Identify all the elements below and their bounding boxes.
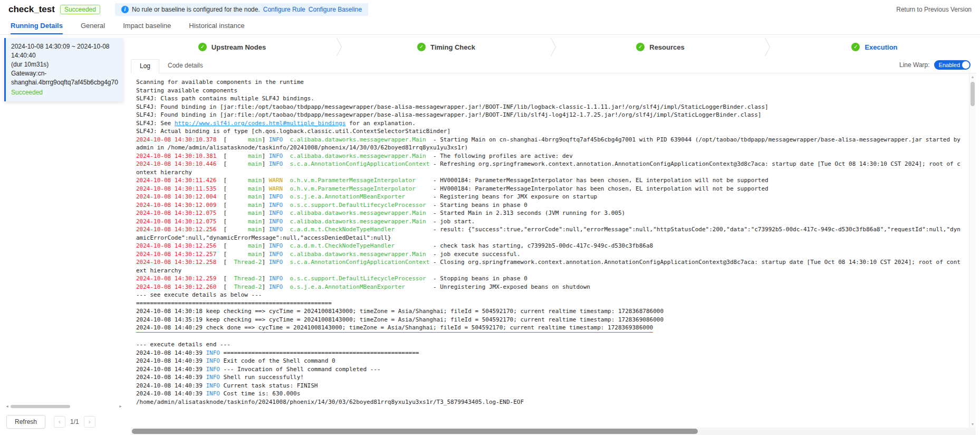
log-text: ]: [262, 283, 268, 290]
log-text: Thread-2: [227, 283, 262, 290]
log-text: [283, 185, 290, 192]
step-timing-check[interactable]: ✓Timing Check: [345, 38, 547, 56]
log-text: [283, 275, 290, 282]
log-text: main: [227, 160, 262, 167]
log-line: 2024-10-08 14:40:39 INFO Cost time is: 6…: [136, 390, 963, 398]
log-text: 2024-10-08 14:30:12.260: [136, 283, 216, 290]
log-line: 2024-10-08 14:40:39 INFO Shell run succe…: [136, 373, 963, 382]
log-text: o.s.j.e.a.AnnotationMBeanExporter: [290, 193, 405, 200]
log-tab-log[interactable]: Log: [131, 59, 159, 73]
log-text: [283, 177, 290, 184]
log-text: INFO: [269, 283, 283, 290]
log-text: main: [227, 251, 262, 258]
log-tab-code-details[interactable]: Code details: [159, 59, 212, 73]
log-text: INFO: [269, 210, 283, 216]
log-text: ]: [262, 193, 268, 200]
log-line: 2024-10-08 14:30:10.378 [ main] INFO c.a…: [136, 136, 963, 152]
log-text: main: [227, 210, 262, 216]
log-line: 2024-10-08 14:30:12.004 [ main] INFO o.s…: [136, 193, 963, 201]
vertical-scroll-thumb[interactable]: [971, 82, 975, 106]
log-text: INFO: [206, 349, 220, 356]
tab-running-details[interactable]: Running Details: [11, 20, 63, 34]
step-label: Execution: [864, 43, 897, 51]
log-text: INFO: [206, 390, 220, 397]
nav-tabs: Running DetailsGeneralImpact baselineHis…: [0, 19, 980, 35]
tab-general[interactable]: General: [81, 20, 105, 34]
log-text: Cost time is: 630.000s: [220, 390, 300, 397]
log-text: c.alibaba.dataworks.messagewrapper.Main: [290, 210, 426, 216]
return-previous-version-link[interactable]: Return to Previous Version: [896, 6, 972, 13]
line-wrap-toggle[interactable]: Enabled: [934, 60, 971, 70]
log-text: ]: [262, 218, 268, 225]
check-circle-icon: ✓: [636, 43, 645, 51]
log-line: SLF4J: Found binding in [jar:file:/opt/t…: [136, 111, 963, 119]
log-text: [283, 210, 290, 216]
refresh-button[interactable]: Refresh: [6, 415, 45, 429]
log-link[interactable]: http://www.slf4j.org/codes.html#multiple…: [175, 120, 346, 127]
log-vertical-scrollbar[interactable]: ▲ ▼: [969, 73, 976, 428]
log-text: INFO: [269, 251, 283, 258]
run-instance-item[interactable]: 2024-10-08 14:30:09 ~ 2024-10-08 14:40:4…: [4, 38, 123, 101]
log-text: --- execute details end ---: [136, 341, 230, 348]
configure-rule-link[interactable]: Configure Rule: [263, 6, 305, 13]
log-text: ]: [262, 160, 268, 167]
log-text: [283, 283, 290, 290]
log-text: SLF4J: Found binding in [jar:file:/opt/t…: [136, 103, 768, 110]
log-text: SLF4J: Class path contains multiple SLF4…: [136, 95, 314, 102]
info-icon: i: [121, 6, 129, 13]
sidebar-scroll-track[interactable]: [11, 404, 117, 409]
log-line: 2024-10-08 14:30:12.009 [ main] INFO o.s…: [136, 201, 963, 210]
log-text: main: [227, 242, 262, 249]
check-circle-icon: ✓: [198, 43, 207, 51]
log-text: 2024-10-08 14:30:18 keep checking ==> cy…: [136, 308, 664, 315]
run-duration: (dur 10m31s): [11, 60, 118, 69]
step-execution[interactable]: ✓Execution: [773, 38, 976, 56]
log-text: - Started Main in 2.313 seconds (JVM run…: [426, 210, 626, 216]
page-title: check_test: [8, 4, 55, 15]
log-text: /home/admin/alisatasknode/taskinfo/20241…: [136, 399, 524, 405]
log-text: - Registering beans for JMX exposure on …: [405, 193, 597, 200]
log-text: c.alibaba.dataworks.messagewrapper.Main: [290, 153, 426, 159]
log-text: 2024-10-08 14:30:12.257: [136, 251, 216, 258]
step-label: Resources: [649, 43, 684, 51]
log-text: s.c.a.AnnotationConfigApplicationContext: [290, 160, 429, 167]
log-text: 2024-10-08 14:30:12.256: [136, 242, 216, 249]
log-text: - job execute successful.: [426, 251, 521, 258]
status-badge: Succeeded: [60, 5, 100, 14]
log-text: 2024-10-08 14:30:12.259: [136, 275, 216, 282]
line-wrap-control: Line Warp: Enabled: [899, 60, 971, 73]
scroll-left-icon[interactable]: ◄: [5, 403, 9, 410]
line-wrap-label: Line Warp:: [899, 61, 930, 69]
log-text: [283, 193, 290, 200]
log-text: INFO: [269, 226, 283, 233]
tab-historical-instance[interactable]: Historical instance: [189, 20, 245, 34]
horizontal-scroll-thumb[interactable]: [132, 429, 698, 434]
prev-page-button[interactable]: ‹: [54, 416, 65, 428]
log-text: o.h.v.m.ParameterMessageInterpolator: [290, 185, 415, 192]
configure-baseline-link[interactable]: Configure Baseline: [309, 6, 362, 13]
log-line: 2024-10-08 14:30:12.075 [ main] INFO c.a…: [136, 209, 963, 218]
log-text: c.a.d.m.t.CheckNodeTypeHandler: [290, 242, 395, 249]
next-page-button[interactable]: ›: [84, 416, 95, 428]
log-text: [: [216, 210, 227, 216]
log-line: Starting available components: [136, 87, 963, 95]
tab-impact-baseline[interactable]: Impact baseline: [123, 20, 171, 34]
log-text: SLF4J: Found binding in [jar:file:/opt/t…: [136, 111, 761, 118]
log-text: 2024-10-08 14:30:10.378: [136, 136, 216, 143]
run-time-range: 2024-10-08 14:30:09 ~ 2024-10-08 14:40:4…: [11, 42, 118, 60]
step-upstream-nodes[interactable]: ✓Upstream Nodes: [131, 38, 333, 56]
log-text: [: [216, 177, 227, 184]
log-text: [283, 136, 290, 143]
log-content[interactable]: Scanning for available components in the…: [131, 73, 968, 428]
step-resources[interactable]: ✓Resources: [559, 38, 762, 56]
log-text: --- Invocation of Shell command complete…: [220, 366, 381, 373]
log-text: main: [227, 185, 262, 192]
log-horizontal-scrollbar[interactable]: [131, 428, 976, 435]
sidebar-horizontal-scrollbar[interactable]: ◄ ►: [4, 403, 123, 410]
log-line: 2024-10-08 14:40:29 check done ==> cycTi…: [136, 324, 653, 333]
log-text: --- see execute details as below ---: [136, 291, 262, 298]
sidebar-scroll-thumb[interactable]: [11, 405, 70, 408]
scroll-up-icon[interactable]: ▲: [971, 73, 975, 80]
scroll-right-icon[interactable]: ►: [119, 403, 122, 410]
scroll-down-icon[interactable]: ▼: [971, 421, 975, 428]
